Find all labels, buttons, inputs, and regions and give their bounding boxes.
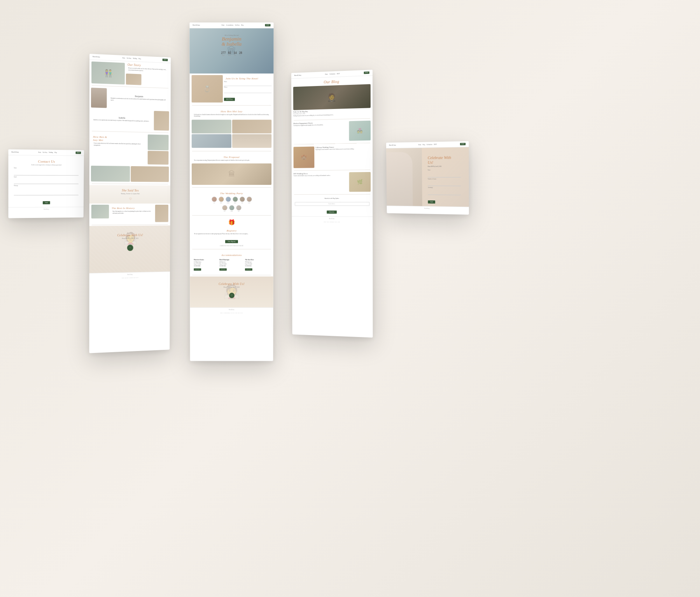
countdown-days-num: 277 <box>221 51 226 55</box>
celebrate-card: Ben & Izzy Home Blog Celebrations RSVP R… <box>386 141 469 215</box>
story-nav-story[interactable]: Our Story <box>127 58 131 60</box>
registry-link[interactable]: COMPLETE YOUR GIFT PURCHASE ONLINE <box>192 245 271 247</box>
celebrate-attending-input[interactable] <box>428 192 461 195</box>
blog-subscribe-label: Subscribe for the Blog Updates <box>295 197 369 201</box>
celebrate-nav-celebrations[interactable]: Celebrations <box>427 144 432 146</box>
blog-subscribe-input[interactable]: Email address <box>295 202 369 206</box>
main-hero-name2: & Isabella <box>189 42 273 47</box>
main-story-photo1 <box>192 120 231 133</box>
blog-nav-home[interactable]: Home <box>325 74 328 75</box>
party-person-8: Noah <box>229 205 234 212</box>
contact-email-label: Email <box>14 176 79 178</box>
story-nav-rsvp[interactable]: RSVP <box>163 59 168 61</box>
main-registry-section: 🎁 Registry We are registered at several … <box>190 216 273 248</box>
hotel-2-btn[interactable]: Book Now <box>219 269 227 271</box>
story-met-photo1 <box>148 134 169 150</box>
party-name-4: James <box>234 202 236 204</box>
contact-footer: Ben & Izzy <box>8 207 84 211</box>
blog-article-2: Modern Engagement Shoots Contemporary en… <box>291 119 373 143</box>
registry-view-button[interactable]: View Registry <box>225 240 238 243</box>
blog-subscribe-btn[interactable]: Subscribe <box>327 211 337 214</box>
main-nav-links: Home Accomodations Our Story Blog <box>222 25 243 26</box>
story-history-photo2 <box>155 205 168 222</box>
countdown-min-label: Min <box>234 55 237 56</box>
blog-nav-btn[interactable]: RSVP <box>364 72 369 74</box>
main-rsvp-where-value <box>224 88 271 93</box>
party-name-9: Ava <box>238 211 239 212</box>
blog-article-3-photo: 🏰 <box>294 146 315 168</box>
party-circle-7 <box>222 205 228 211</box>
story-benjamin-photo <box>91 88 107 108</box>
nav-link-story[interactable]: Our Story <box>43 152 47 153</box>
main-divider1 <box>192 105 271 105</box>
celebrate-nav-blog[interactable]: Blog <box>423 144 425 146</box>
party-name-5: Luke <box>241 202 243 204</box>
party-person-2: Sarah <box>219 197 224 204</box>
contact-nav-brand: Ben & Izzy <box>12 151 19 153</box>
hotel-1: Marriott Suites 123 Main StreetCity, ST … <box>194 258 218 272</box>
celebrate-nav-rsvp[interactable]: RSVP <box>434 144 437 145</box>
main-nav-rsvp[interactable]: RSVP <box>265 24 271 26</box>
blog-article-3: 🏰 Callaway Wedding Venues Exploring the … <box>292 144 373 169</box>
countdown-sec-label: Sec <box>239 55 242 56</box>
celebrate-title: Celebrate WithUs! <box>428 155 463 165</box>
party-circle-3 <box>226 197 231 202</box>
main-rsvp-when-value <box>224 83 271 86</box>
main-celebrate-btn[interactable]: ♡ <box>229 293 234 298</box>
story-isabella-info: Isabella Isabella is a free-spirited art… <box>91 115 152 124</box>
countdown-days: 277 Days <box>221 51 226 56</box>
celebrate-nav-home[interactable]: Home <box>418 144 421 146</box>
blog-nav-celebrations[interactable]: Celebrations <box>329 73 335 75</box>
contact-send-button[interactable]: Send <box>43 201 50 204</box>
story-history-photo1 <box>91 205 109 218</box>
hotel-1-btn[interactable]: Book Now <box>194 269 201 271</box>
celebrate-hero: Celebrate WithUs! Please RSVP by Jun 01,… <box>386 147 469 207</box>
main-nav-home[interactable]: Home <box>222 25 224 26</box>
story-met-text: It was a sunny afternoon at the local fa… <box>91 142 147 149</box>
story-celebrate-btn[interactable]: ♡ <box>127 244 133 251</box>
blog-article-2-photo: 💑 <box>349 121 371 141</box>
main-hero-name1: Benjamin <box>189 36 273 42</box>
countdown-hours: 02 Hours <box>228 51 231 56</box>
registry-icon: 🎁 <box>192 218 271 227</box>
main-nav-accommodations[interactable]: Accomodations <box>226 25 233 26</box>
main-proposal-section: The Proposal On a crisp autumn morning, … <box>190 152 273 186</box>
contact-name-input[interactable] <box>14 173 79 175</box>
main-rsvp-btn[interactable]: RSVP Now <box>224 98 235 101</box>
main-story-title: How Ben Met Izzy <box>192 108 272 114</box>
contact-card: Ben & Izzy Home Our Story Wedding Blog R… <box>8 149 84 218</box>
celebrate-send-btn[interactable]: Send <box>428 200 435 203</box>
contact-title: Contact Us <box>12 157 81 164</box>
celebrate-guests-label: Number of Guests <box>428 178 461 180</box>
blog-nav-rsvp[interactable]: RSVP <box>337 73 340 75</box>
story-history-title: The Rest Is History <box>110 205 154 211</box>
story-met-title: How Ben &Izzy Met <box>91 133 147 143</box>
celebrate-name-label: Name <box>428 169 461 171</box>
celebrate-nav-btn[interactable]: RSVP <box>460 143 466 145</box>
blog-divider4 <box>294 194 370 195</box>
main-celebrate-title: Celebrate With Us! <box>190 280 273 286</box>
party-name-7: Lily <box>224 211 225 212</box>
contact-email-input[interactable] <box>14 182 79 184</box>
contact-nav: Ben & Izzy Home Our Story Wedding Blog R… <box>8 149 84 156</box>
main-proposal-text: On a crisp autumn morning, Benjamin plan… <box>192 160 271 163</box>
celebrate-guests-input[interactable] <box>428 184 461 186</box>
story-nav-home[interactable]: Home <box>122 57 125 59</box>
nav-link-blog[interactable]: Blog <box>54 152 57 153</box>
contact-message-input[interactable] <box>14 188 79 195</box>
story-isabella-photo <box>154 111 169 130</box>
story-nav-wedding[interactable]: Wedding <box>133 58 137 60</box>
main-nav-blog[interactable]: Blog <box>241 25 243 26</box>
celebrate-name-input[interactable] <box>428 175 461 177</box>
party-circle-2 <box>219 197 224 202</box>
nav-link-home[interactable]: Home <box>38 152 41 153</box>
story-nav-links: Home Our Story Wedding Blog <box>122 57 141 60</box>
hotel-3-btn[interactable]: Book Now <box>245 269 252 271</box>
contact-nav-rsvp[interactable]: RSVP <box>76 152 81 154</box>
scene: Ben & Izzy Home Our Story Wedding Blog R… <box>0 0 700 597</box>
story-she-said-yes: She Said Yes Monday, October 12, Upstate… <box>89 185 170 204</box>
story-nav-blog[interactable]: Blog <box>138 58 141 60</box>
main-nav-story[interactable]: Our Story <box>235 25 240 26</box>
party-circle-9 <box>236 205 241 211</box>
nav-link-wedding[interactable]: Wedding <box>49 152 53 153</box>
